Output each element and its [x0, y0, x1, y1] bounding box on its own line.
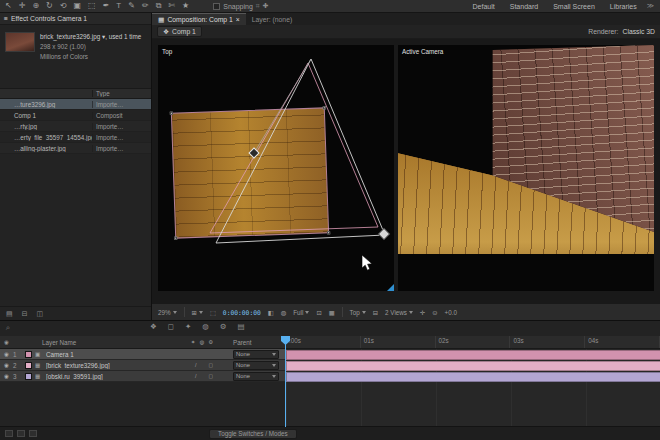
fast-previews-icon[interactable]: ⊙ — [432, 309, 437, 316]
playhead[interactable] — [285, 336, 286, 427]
project-item[interactable]: Comp 1 Composit — [0, 110, 151, 121]
grid-guides-dropdown[interactable]: ⊞ — [192, 309, 203, 316]
layer-duration-bar-floor[interactable] — [286, 372, 660, 382]
new-composition-icon[interactable]: ⊟ — [22, 310, 28, 318]
show-channel-icon[interactable]: ◍ — [281, 309, 287, 316]
search-icon[interactable]: ⌕ — [6, 323, 10, 333]
eye-icon[interactable]: ◉ — [0, 362, 13, 368]
project-item[interactable]: …alling-plaster.jpg Importe… — [0, 143, 151, 154]
graph-editor-icon[interactable]: ▤ — [238, 322, 245, 331]
brush-tool-icon[interactable]: ✎ — [128, 0, 135, 12]
viewport-top[interactable]: Top — [158, 45, 394, 291]
panel-menu-icon[interactable]: ≡ — [4, 15, 8, 22]
comp-mini-flowchart-button[interactable]: ❖ Comp 1 — [157, 26, 202, 37]
folder-icon[interactable]: ▤ — [6, 310, 13, 318]
parent-dropdown[interactable]: None — [233, 372, 279, 381]
layer-name-column-header[interactable]: Layer Name — [42, 339, 175, 346]
close-icon[interactable]: × — [236, 16, 240, 23]
camera-body-handle[interactable] — [378, 228, 389, 239]
workspace-default[interactable]: Default — [473, 3, 495, 10]
layer-switches[interactable]: /◻ — [175, 362, 233, 368]
resolution-dropdown[interactable]: Full — [293, 309, 309, 316]
label-color-swatch[interactable] — [25, 351, 32, 358]
shy-layers-icon[interactable]: ✦ — [185, 322, 191, 331]
grid-icon[interactable]: ⊞ — [192, 309, 197, 316]
type-tool-icon[interactable]: T — [116, 0, 121, 12]
parent-column-header[interactable]: Parent — [233, 339, 285, 346]
frame-blend-icon[interactable]: ◍ — [202, 322, 209, 331]
draft-3d-icon[interactable]: ◻ — [168, 322, 174, 331]
layer-duration-bar-brick[interactable] — [286, 361, 660, 371]
label-color-swatch[interactable] — [25, 373, 32, 380]
expand-render-time-button[interactable] — [17, 430, 25, 437]
zoom-value[interactable]: 29% — [158, 309, 171, 316]
collapse-switch-icon[interactable]: / — [195, 373, 197, 379]
zoom-tool-icon[interactable]: ⊕ — [32, 0, 39, 12]
workspace-libraries[interactable]: Libraries — [610, 3, 637, 10]
effect-controls-tab[interactable]: ≡ Effect Controls Camera 1 — [0, 13, 151, 25]
project-item[interactable]: …ture3296.jpg Importe… — [0, 99, 151, 110]
timeline-track-area[interactable] — [285, 349, 660, 427]
viewport-active-camera[interactable]: Active Camera — [398, 45, 654, 291]
collapse-switch-icon[interactable]: / — [195, 362, 197, 368]
orbit-camera-tool-icon[interactable]: ↻ — [46, 0, 53, 12]
tab-composition[interactable]: ▦ Composition: Comp 1 × — [152, 13, 246, 25]
layer-row-camera[interactable]: ◉ 1 ▣ Camera 1 None — [0, 349, 285, 360]
view-layout-icon[interactable]: ⊟ — [373, 309, 378, 316]
clone-stamp-tool-icon[interactable]: ✏ — [142, 0, 149, 12]
pen-tool-icon[interactable]: ✒ — [103, 0, 110, 12]
layer-name[interactable]: Camera 1 — [46, 351, 175, 358]
snapping-control[interactable]: Snapping ⌗ ✚ — [213, 2, 268, 10]
expand-transfer-controls-button[interactable] — [29, 430, 37, 437]
layer-name[interactable]: [brick_texture3296.jpg] — [46, 362, 175, 369]
roto-brush-tool-icon[interactable]: ✄ — [168, 0, 175, 12]
snap-to-guides-icon[interactable]: ✚ — [263, 2, 269, 10]
footage-name[interactable]: brick_texture3296.jpg ▾, used 1 time — [40, 32, 141, 42]
expand-in-out-button[interactable] — [5, 430, 13, 437]
workspace-standard[interactable]: Standard — [510, 3, 538, 10]
project-item[interactable]: …erty_file_35597_14554.jpg Importe… — [0, 132, 151, 143]
active-3d-view-value[interactable]: Top — [350, 309, 360, 316]
parent-dropdown[interactable]: None — [233, 350, 279, 359]
motion-blur-icon[interactable]: ⚙ — [220, 322, 227, 331]
snapshot-icon[interactable]: ◧ — [268, 309, 274, 316]
project-item[interactable]: …rty.jpg Importe… — [0, 121, 151, 132]
point-of-interest-handle[interactable] — [249, 148, 259, 158]
project-item-name[interactable]: …erty_file_35597_14554.jpg — [0, 134, 92, 141]
mask-shape-tool-icon[interactable]: ⬚ — [88, 0, 96, 12]
layer-row-brick[interactable]: ◉ 2 ▦ [brick_texture3296.jpg] /◻ None — [0, 360, 285, 371]
layer-duration-bar-camera[interactable] — [286, 350, 660, 360]
layer-name[interactable]: [obski.ru_39591.jpg] — [46, 373, 175, 380]
composition-mini-flowchart-icon[interactable]: ❖ — [150, 322, 157, 331]
snapping-checkbox[interactable] — [213, 3, 220, 10]
selection-tool-icon[interactable]: ↖ — [5, 0, 12, 12]
pixel-aspect-icon[interactable]: ✛ — [420, 309, 425, 316]
tab-layer[interactable]: Layer: (none) — [246, 13, 298, 25]
3d-switch-icon[interactable]: ◻ — [208, 362, 213, 368]
workspace-overflow-icon[interactable]: ≫ — [647, 2, 654, 10]
type-column-header[interactable]: Type — [92, 90, 151, 97]
eraser-tool-icon[interactable]: ⧉ — [156, 0, 162, 12]
exposure-value[interactable]: +0.0 — [445, 309, 457, 316]
snap-to-grid-icon[interactable]: ⌗ — [256, 2, 260, 10]
3d-view-dropdown[interactable]: Top — [350, 309, 366, 316]
view-layout-value[interactable]: 2 Views — [385, 309, 407, 316]
project-item-name[interactable]: Comp 1 — [0, 112, 92, 119]
puppet-pin-tool-icon[interactable]: ★ — [182, 0, 189, 12]
label-color-swatch[interactable] — [25, 362, 32, 369]
view-layout-dropdown[interactable]: 2 Views — [385, 309, 413, 316]
eye-icon[interactable]: ◉ — [0, 373, 13, 379]
current-time-display[interactable]: 0:00:00:00 — [223, 309, 261, 316]
layer-switches[interactable]: /◻ — [175, 373, 233, 379]
renderer-control[interactable]: Renderer: Classic 3D — [588, 28, 655, 35]
project-item-name[interactable]: …rty.jpg — [0, 123, 92, 130]
project-item-name[interactable]: …ture3296.jpg — [0, 101, 92, 108]
renderer-value[interactable]: Classic 3D — [623, 28, 655, 35]
eye-icon[interactable]: ◉ — [0, 351, 13, 357]
project-item-name[interactable]: …alling-plaster.jpg — [0, 145, 92, 152]
camera-tool-icon[interactable]: ▣ — [74, 0, 82, 12]
region-of-interest-icon[interactable]: ⊡ — [316, 309, 321, 316]
toggle-mask-icon[interactable]: ⬚ — [210, 309, 216, 316]
magnification-dropdown[interactable]: 29% — [158, 309, 177, 316]
hand-tool-icon[interactable]: ✛ — [19, 0, 26, 12]
